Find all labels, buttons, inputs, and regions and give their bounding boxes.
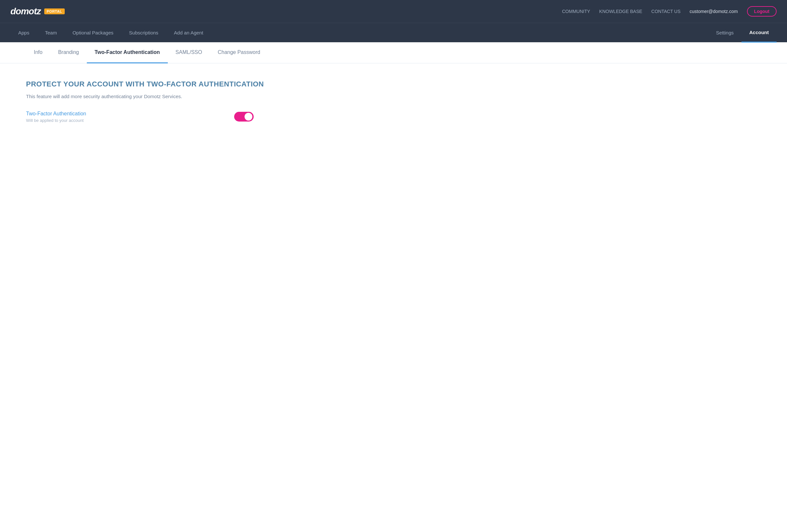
tab-branding[interactable]: Branding (50, 42, 87, 63)
main-content: PROTECT YOUR ACCOUNT WITH TWO-FACTOR AUT… (0, 63, 787, 532)
portal-badge: PORTAL (44, 8, 65, 14)
sidebar-item-subscriptions[interactable]: Subscriptions (121, 23, 166, 43)
tab-bar: Info Branding Two-Factor Authentication … (0, 42, 787, 63)
sec-nav-items: Apps Team Optional Packages Subscription… (10, 23, 708, 43)
sidebar-item-optional-packages[interactable]: Optional Packages (65, 23, 121, 43)
tfa-row: Two-Factor Authentication Will be applie… (26, 111, 254, 123)
top-nav-right: COMMUNITY KNOWLEDGE BASE CONTACT US cust… (562, 6, 777, 17)
sidebar-item-account[interactable]: Account (742, 23, 777, 43)
community-link[interactable]: COMMUNITY (562, 9, 590, 14)
sidebar-item-add-agent[interactable]: Add an Agent (166, 23, 211, 43)
tfa-labels: Two-Factor Authentication Will be applie… (26, 111, 86, 123)
tfa-label: Two-Factor Authentication (26, 111, 86, 117)
toggle-thumb (244, 113, 252, 120)
knowledge-base-link[interactable]: KNOWLEDGE BASE (599, 9, 642, 14)
tab-info[interactable]: Info (26, 42, 50, 63)
section-description: This feature will add more security auth… (26, 94, 761, 99)
contact-us-link[interactable]: CONTACT US (652, 9, 681, 14)
sidebar-item-apps[interactable]: Apps (10, 23, 37, 43)
top-navbar: domotz PORTAL COMMUNITY KNOWLEDGE BASE C… (0, 0, 787, 23)
secondary-navbar: Apps Team Optional Packages Subscription… (0, 23, 787, 42)
tab-two-factor[interactable]: Two-Factor Authentication (87, 42, 168, 63)
section-title: PROTECT YOUR ACCOUNT WITH TWO-FACTOR AUT… (26, 80, 761, 89)
sidebar-item-team[interactable]: Team (37, 23, 65, 43)
brand-area: domotz PORTAL (10, 6, 65, 17)
tfa-sublabel: Will be applied to your account (26, 118, 86, 123)
toggle-track (234, 112, 254, 121)
tab-saml-sso[interactable]: SAML/SSO (168, 42, 210, 63)
tab-change-password[interactable]: Change Password (210, 42, 268, 63)
tfa-toggle[interactable] (234, 112, 254, 121)
logo: domotz (10, 6, 41, 17)
user-email: customer@domotz.com (690, 9, 738, 14)
logout-button[interactable]: Logout (747, 6, 777, 17)
sec-nav-right: Settings Account (708, 23, 777, 43)
sidebar-item-settings[interactable]: Settings (708, 23, 742, 43)
